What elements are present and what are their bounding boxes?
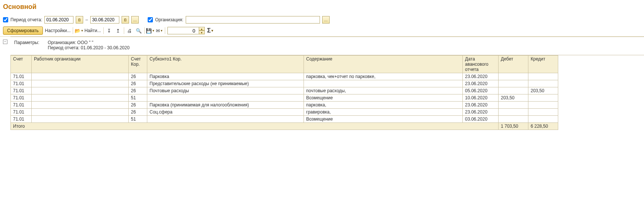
find-button[interactable]: Найти...	[84, 28, 101, 33]
form-report-button[interactable]: Сформировать	[3, 27, 43, 35]
calendar-icon[interactable]: 🗓	[76, 16, 83, 24]
table-row[interactable]: 71.0126Парковкапарковка, чек+отчет по па…	[11, 73, 558, 80]
cell-sub: Парковка (принимаемая для налогообложени…	[147, 102, 304, 109]
cell-deb: 203,50	[499, 94, 528, 102]
cell-cont: Возмещение	[304, 94, 463, 102]
cell-acct: 71.01	[11, 80, 32, 87]
cell-acct: 71.01	[11, 116, 32, 123]
collapse-levels-icon[interactable]: ↧	[106, 27, 113, 34]
cell-cred	[528, 109, 558, 116]
cell-acctk: 51	[129, 116, 147, 123]
spin-down-icon[interactable]: ▼	[199, 31, 205, 34]
cell-acct: 71.01	[11, 94, 32, 102]
expand-levels-icon[interactable]: ↥	[115, 27, 122, 34]
org-input[interactable]	[186, 16, 320, 24]
table-row[interactable]: 71.0126Почтовые расходыпочтовые расходы,…	[11, 87, 558, 94]
preview-icon[interactable]: 🔍	[135, 27, 142, 34]
table-row[interactable]: 71.0151Возмещение03.06.2020	[11, 116, 558, 123]
cell-cont: почтовые расходы,	[304, 87, 463, 94]
cell-sub: Соц.сфера	[147, 109, 304, 116]
cell-emp	[32, 73, 129, 80]
cell-acct: 71.01	[11, 87, 32, 94]
cell-cont: гравировка,	[304, 109, 463, 116]
col-sub: Субконто1 Кор.	[147, 56, 304, 73]
range-dash: –	[85, 17, 88, 22]
cell-date: 05.06.2020	[463, 87, 499, 94]
period-label: Период отчета:	[10, 17, 42, 22]
total-deb: 1 703,50	[499, 123, 528, 130]
cell-emp	[32, 102, 129, 109]
cell-date: 23.06.2020	[463, 102, 499, 109]
period-checkbox[interactable]	[3, 17, 8, 22]
open-icon[interactable]: 📂	[75, 27, 82, 34]
cell-date: 03.06.2020	[463, 116, 499, 123]
cell-deb	[499, 116, 528, 123]
cell-cont	[304, 80, 463, 87]
cell-acct: 71.01	[11, 109, 32, 116]
table-row[interactable]: 71.0151Возмещение10.06.2020203,50	[11, 94, 558, 102]
col-acctk: Счет Кор.	[129, 56, 147, 73]
cell-emp	[32, 87, 129, 94]
date-to-input[interactable]	[90, 16, 119, 24]
report-table: Счет Работник организации Счет Кор. Субк…	[10, 55, 558, 130]
cell-cred	[528, 94, 558, 102]
cell-acctk: 26	[129, 73, 147, 80]
total-label: Итого	[11, 123, 499, 130]
cell-cont: Возмещение	[304, 116, 463, 123]
cell-emp	[32, 80, 129, 87]
org-label: Организация:	[155, 17, 183, 22]
org-select-button[interactable]: …	[322, 16, 330, 24]
total-row: Итого 1 703,50 6 228,50	[11, 123, 558, 130]
sigma-icon[interactable]: Σ	[207, 27, 214, 34]
params-period: Период отчета: 01.06.2020 - 30.06.2020	[48, 45, 129, 50]
collapse-toggle-icon[interactable]: −	[3, 40, 7, 44]
cell-deb	[499, 87, 528, 94]
cell-sub	[147, 116, 304, 123]
page-title: Основной	[0, 0, 644, 15]
cell-acctk: 26	[129, 87, 147, 94]
cell-acctk: 26	[129, 102, 147, 109]
cell-sub: Парковка	[147, 73, 304, 80]
date-from-input[interactable]	[44, 16, 73, 24]
clear-period-button[interactable]: …	[131, 16, 139, 24]
spin-up-icon[interactable]: ▲	[199, 27, 205, 31]
col-acct: Счет	[11, 56, 32, 73]
cell-acctk: 26	[129, 80, 147, 87]
cell-emp	[32, 116, 129, 123]
cell-sub: Почтовые расходы	[147, 87, 304, 94]
col-cred: Кредит	[528, 56, 558, 73]
col-deb: Дебет	[499, 56, 528, 73]
settings-button[interactable]: Настройки...	[45, 28, 71, 33]
cell-acctk: 26	[129, 109, 147, 116]
params-label: Параметры:	[14, 40, 48, 50]
col-emp: Работник организации	[32, 56, 129, 73]
cell-date: 10.06.2020	[463, 94, 499, 102]
col-cont: Содержание	[304, 56, 463, 73]
print-icon[interactable]: 🖨	[126, 27, 133, 34]
cell-emp	[32, 94, 129, 102]
org-checkbox[interactable]	[148, 17, 153, 22]
params-org: Организация: ООО " "	[48, 40, 129, 45]
report-params: Параметры: Организация: ООО " " Период о…	[10, 37, 644, 55]
cell-deb	[499, 73, 528, 80]
toolbar: Сформировать Настройки... 📂 Найти... ↧ ↥…	[0, 25, 644, 37]
cell-date: 23.06.2020	[463, 80, 499, 87]
cell-deb	[499, 102, 528, 109]
cell-cred	[528, 116, 558, 123]
save-icon[interactable]: 💾	[147, 27, 154, 34]
table-row[interactable]: 71.0126Представительские расходы (не при…	[11, 80, 558, 87]
cell-acctk: 51	[129, 94, 147, 102]
cell-cred	[528, 80, 558, 87]
table-row[interactable]: 71.0126Соц.сферагравировка,23.06.2020	[11, 109, 558, 116]
col-date: Дата авансового отчета	[463, 56, 499, 73]
cell-deb	[499, 80, 528, 87]
cell-cont: парковка, чек+отчет по парковке,	[304, 73, 463, 80]
cell-emp	[32, 109, 129, 116]
cell-cred	[528, 102, 558, 109]
calendar-icon[interactable]: 🗓	[122, 16, 129, 24]
cell-acct: 71.01	[11, 102, 32, 109]
mail-icon[interactable]: ✉	[156, 27, 163, 34]
cell-sub: Представительские расходы (не принимаемы…	[147, 80, 304, 87]
cell-sub	[147, 94, 304, 102]
table-row[interactable]: 71.0126Парковка (принимаемая для налогоо…	[11, 102, 558, 109]
